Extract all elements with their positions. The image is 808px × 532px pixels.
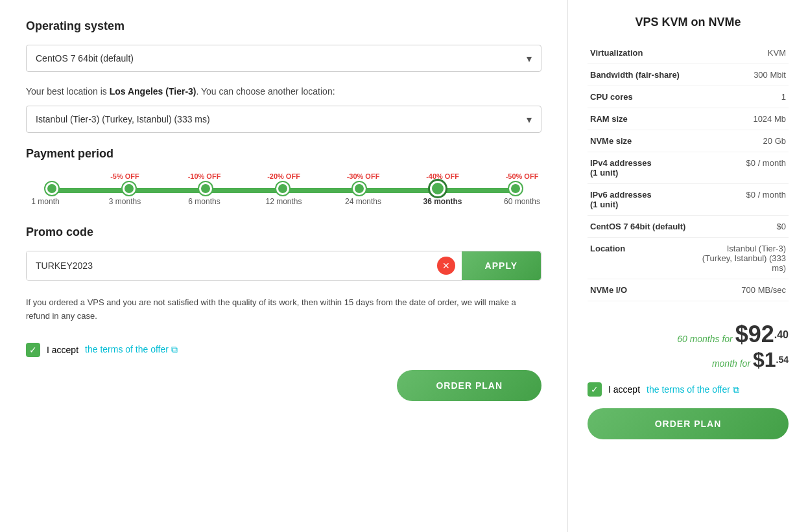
os-select-wrapper: CentOS 7 64bit (default)Ubuntu 20.04Debi…	[26, 45, 541, 72]
discount-label-1: -5% OFF	[106, 172, 145, 180]
slider-dots-row	[45, 184, 522, 197]
spec-key-cpu: CPU cores	[588, 86, 698, 108]
spec-key-nvme: NVMe size	[588, 130, 698, 152]
price-month-label: month for	[712, 358, 750, 369]
discount-label-4: -30% OFF	[344, 172, 383, 180]
location-select[interactable]: Istanbul (Tier-3) (Turkey, Istanbul) (33…	[27, 106, 541, 132]
slider-dot-4[interactable]	[353, 182, 366, 195]
location-select-wrapper: Istanbul (Tier-3) (Turkey, Istanbul) (33…	[26, 106, 541, 133]
spec-key-ram: RAM size	[588, 108, 698, 130]
period-label-3: 12 months	[265, 197, 303, 206]
spec-val-ipv4: $0 / month	[698, 152, 789, 184]
spec-key-virtualization: Virtualization	[588, 42, 698, 64]
spec-key-location: Location	[588, 238, 698, 279]
payment-period-section: Payment period -5% OFF -10% OFF -20% OFF…	[26, 147, 541, 206]
location-bold: Los Angeles (Tier-3)	[110, 86, 196, 97]
period-label-5: 36 months	[423, 197, 462, 206]
location-description: Your best location is Los Angeles (Tier-…	[26, 86, 541, 97]
right-external-link-icon: ⧉	[733, 384, 739, 395]
spec-row-ram: RAM size 1024 Mb	[588, 108, 789, 130]
left-accept-text: I accept	[47, 345, 78, 355]
spec-val-cpu: 1	[698, 86, 789, 108]
slider-dot-2[interactable]	[199, 182, 212, 195]
price-month-row: month for $1.54	[588, 348, 789, 372]
spec-row-nvme: NVMe size 20 Gb	[588, 130, 789, 152]
spec-row-ipv4: IPv4 addresses(1 unit) $0 / month	[588, 152, 789, 184]
period-label-2: 6 months	[185, 197, 224, 206]
discount-label-5: -40% OFF	[423, 172, 462, 180]
spec-row-location: Location Istanbul (Tier-3) (Turkey, Ista…	[588, 238, 789, 279]
spec-row-nvme-io: NVMe I/O 700 MB/sec	[588, 279, 789, 301]
spec-key-ipv4: IPv4 addresses(1 unit)	[588, 152, 698, 184]
spec-row-os: CentOS 7 64bit (default) $0	[588, 216, 789, 238]
spec-val-bandwidth: 300 Mbit	[698, 64, 789, 86]
close-icon: ✕	[442, 260, 450, 271]
slider-track-container	[45, 184, 522, 197]
refund-text: If you ordered a VPS and you are not sat…	[26, 296, 541, 323]
promo-apply-button[interactable]: APPLY	[462, 251, 541, 280]
os-select[interactable]: CentOS 7 64bit (default)Ubuntu 20.04Debi…	[27, 45, 541, 71]
right-panel-title: VPS KVM on NVMe	[588, 16, 789, 29]
price-month-main: $1	[753, 348, 776, 371]
slider-dot-3[interactable]	[276, 182, 289, 195]
price-month-cents: .54	[776, 354, 789, 365]
spec-key-os: CentOS 7 64bit (default)	[588, 216, 698, 238]
price-total-main: $92	[735, 321, 774, 347]
period-label-6: 60 months	[503, 197, 541, 206]
payment-slider[interactable]: -5% OFF -10% OFF -20% OFF -30% OFF -40% …	[26, 172, 541, 206]
slider-labels-row: 1 month 3 months 6 months 12 months 24 m…	[26, 197, 541, 206]
discount-label-3: -20% OFF	[265, 172, 303, 180]
price-period-label: 60 months for	[677, 334, 733, 344]
price-section: 60 months for $92.40 month for $1.54	[588, 314, 789, 382]
spec-val-ram: 1024 Mb	[698, 108, 789, 130]
spec-val-os: $0	[698, 216, 789, 238]
right-terms-link[interactable]: the terms of the offer ⧉	[647, 384, 739, 395]
right-order-button[interactable]: ORDER PLAN	[588, 408, 789, 439]
left-terms-link[interactable]: the terms of the offer ⧉	[85, 344, 178, 355]
spec-val-nvme-io: 700 MB/sec	[698, 279, 789, 301]
period-label-0: 1 month	[26, 197, 65, 206]
spec-val-location: Istanbul (Tier-3) (Turkey, Istanbul) (33…	[698, 238, 789, 279]
right-panel: VPS KVM on NVMe Virtualization KVM Bandw…	[568, 0, 808, 532]
payment-period-title: Payment period	[26, 147, 541, 161]
period-label-1: 3 months	[106, 197, 145, 206]
left-accept-row: ✓ I accept the terms of the offer ⧉	[26, 343, 541, 357]
right-accept-checkbox[interactable]: ✓	[588, 382, 602, 397]
promo-title: Promo code	[26, 226, 541, 239]
promo-section: Promo code ✕ APPLY	[26, 226, 541, 281]
right-accept-text: I accept	[608, 384, 640, 395]
discount-labels-row: -5% OFF -10% OFF -20% OFF -30% OFF -40% …	[26, 172, 541, 180]
period-label-4: 24 months	[344, 197, 383, 206]
price-total-row: 60 months for $92.40	[588, 321, 789, 348]
slider-dot-0[interactable]	[45, 182, 58, 195]
spec-val-ipv6: $0 / month	[698, 184, 789, 216]
right-check-icon: ✓	[591, 384, 599, 395]
spec-row-cpu: CPU cores 1	[588, 86, 789, 108]
promo-input[interactable]	[27, 251, 437, 280]
slider-dot-5[interactable]	[430, 181, 446, 196]
spec-val-virtualization: KVM	[698, 42, 789, 64]
spec-key-nvme-io: NVMe I/O	[588, 279, 698, 301]
left-accept-checkbox[interactable]: ✓	[26, 343, 40, 357]
left-order-button[interactable]: ORDER PLAN	[397, 370, 541, 401]
os-section-title: Operating system	[26, 19, 541, 33]
specs-table: Virtualization KVM Bandwidth (fair-share…	[588, 42, 789, 301]
spec-row-ipv6: IPv6 addresses(1 unit) $0 / month	[588, 184, 789, 216]
check-icon: ✓	[29, 345, 37, 355]
price-total-cents: .40	[774, 329, 789, 340]
promo-input-wrapper: ✕ APPLY	[26, 251, 541, 281]
spec-key-ipv6: IPv6 addresses(1 unit)	[588, 184, 698, 216]
spec-key-bandwidth: Bandwidth (fair-share)	[588, 64, 698, 86]
slider-dot-1[interactable]	[123, 182, 136, 195]
promo-clear-button[interactable]: ✕	[437, 257, 455, 275]
spec-row-virtualization: Virtualization KVM	[588, 42, 789, 64]
right-accept-row: ✓ I accept the terms of the offer ⧉	[588, 382, 789, 397]
discount-label-6: -50% OFF	[503, 172, 541, 180]
slider-dot-6[interactable]	[509, 182, 522, 195]
spec-row-bandwidth: Bandwidth (fair-share) 300 Mbit	[588, 64, 789, 86]
discount-label-2: -10% OFF	[185, 172, 224, 180]
spec-val-nvme: 20 Gb	[698, 130, 789, 152]
external-link-icon: ⧉	[171, 344, 178, 354]
